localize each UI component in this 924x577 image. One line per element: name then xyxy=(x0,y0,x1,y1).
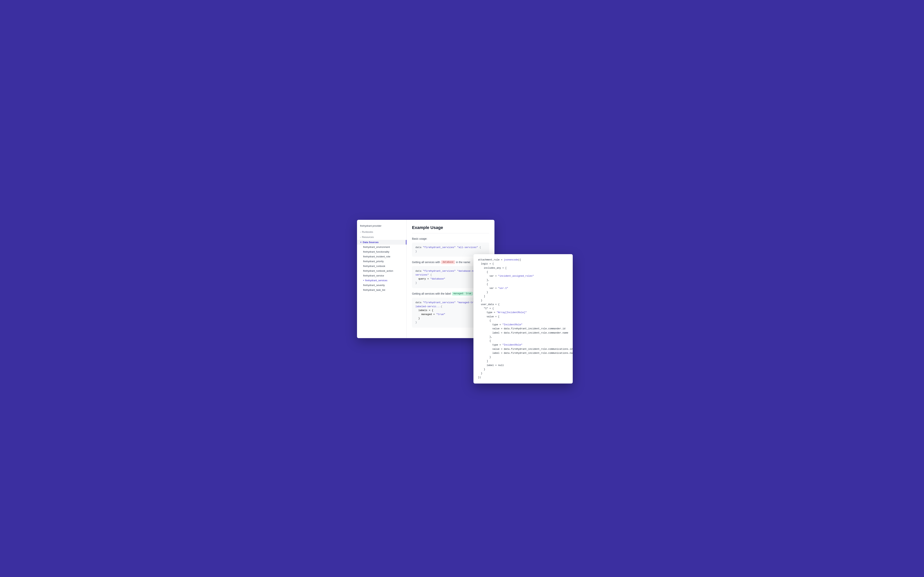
chevron-right-icon-2: › xyxy=(360,236,361,238)
severity-label: firehydrant_severity xyxy=(363,284,385,287)
code-keyword-3: data xyxy=(415,301,423,304)
code-punc-4: } xyxy=(415,282,417,284)
code-panel-line-27: label = null xyxy=(478,363,568,367)
code-indent-3: managed = xyxy=(415,313,436,316)
code-panel-line-9: } xyxy=(478,290,568,295)
task-list-label: firehydrant_task_list xyxy=(363,288,385,292)
datasources-label: Data Sources xyxy=(363,241,379,243)
sidebar-provider-label: firehydrant provider xyxy=(357,223,406,230)
sidebar-item-service[interactable]: firehydrant_service xyxy=(357,273,406,278)
code-panel-line-12: user_data = { xyxy=(478,303,568,307)
code-panel-line-10: ] xyxy=(478,295,568,298)
code-panel-line-3: includes_any = [ xyxy=(478,266,568,270)
code-panel-line-5: var = "incident_assigned_roles" xyxy=(478,274,568,278)
code-punc-6: } xyxy=(415,321,417,324)
sidebar-item-task-list[interactable]: firehydrant_task_list xyxy=(357,288,406,292)
code-panel-line-15: value = [ xyxy=(478,315,568,319)
code-panel-line-8: var = "usr.1" xyxy=(478,286,568,290)
chevron-right-icon: › xyxy=(360,231,361,233)
sidebar-item-services[interactable]: firehydrant_services xyxy=(357,278,406,283)
code-panel-line-16: { xyxy=(478,319,568,323)
runbook-label: firehydrant_runbook xyxy=(363,265,385,268)
service-label: firehydrant_service xyxy=(363,274,384,277)
runbook-action-label: firehydrant_runbook_action xyxy=(363,269,393,272)
code-str-4: "firehydrant_services" "managed-true-lab… xyxy=(415,301,478,308)
code-panel-line-30: }) xyxy=(478,376,568,379)
code-panel-line-23: value = data.firehydrant_incident_role.c… xyxy=(478,347,568,351)
services-post-text: in the name: xyxy=(456,261,471,264)
runbooks-label: Runbooks xyxy=(362,230,373,234)
chevron-down-icon: ∨ xyxy=(360,241,362,243)
sidebar-item-incident-role[interactable]: firehydrant_incident_role xyxy=(357,254,406,259)
code-panel-line-26: ] xyxy=(478,359,568,363)
sidebar-item-priority[interactable]: firehydrant_priority xyxy=(357,259,406,264)
code-keyword-2: data xyxy=(415,269,423,272)
code-panel-line-1: attachment_rule = jsonencode({ xyxy=(478,258,568,262)
code-punc-5: { xyxy=(441,305,442,308)
code-panel-line-2: logic = { xyxy=(478,262,568,266)
code-panel-line-24: label = data.firehydrant_incident_role.c… xyxy=(478,351,568,355)
sidebar-item-severity[interactable]: firehydrant_severity xyxy=(357,283,406,288)
sidebar-item-runbook-action[interactable]: firehydrant_runbook_action xyxy=(357,269,406,273)
resources-label: Resources xyxy=(362,236,374,239)
code-indent-1: query = xyxy=(415,277,430,280)
sidebar-item-runbook[interactable]: firehydrant_runbook xyxy=(357,264,406,269)
code-str-5: "true" xyxy=(436,313,445,316)
code-panel-line-22: type = "IncidentRole" xyxy=(478,343,568,347)
services-label: firehydrant_services xyxy=(365,279,387,282)
sidebar-item-functionality[interactable]: firehydrant_functionality xyxy=(357,250,406,254)
code-panel-line-18: value = data.firehydrant_incident_role.c… xyxy=(478,327,568,331)
code-panel-line-7: { xyxy=(478,282,568,286)
code-panel-line-4: { xyxy=(478,270,568,274)
sidebar-item-environment[interactable]: firehydrant_environment xyxy=(357,245,406,250)
incident-role-label: firehydrant_incident_role xyxy=(363,255,390,258)
sidebar-item-datasources[interactable]: ∨ Data Sources xyxy=(357,240,406,245)
code-panel-line-21: { xyxy=(478,339,568,343)
code-panel-line-20: }, xyxy=(478,335,568,339)
sidebar-group-datasources: ∨ Data Sources firehydrant_environment f… xyxy=(357,240,406,292)
code-panel-line-13: "1" = { xyxy=(478,307,568,311)
sidebar-group-runbooks: › Runbooks xyxy=(357,230,406,234)
database-inline-code: database xyxy=(441,260,455,264)
sidebar: firehydrant provider › Runbooks › Resour… xyxy=(357,220,407,338)
code-panel-line-28: } xyxy=(478,367,568,372)
code-indent-2: labels = { xyxy=(415,309,433,312)
priority-label: firehydrant_priority xyxy=(363,260,384,263)
code-punc-1: { xyxy=(478,246,481,249)
sidebar-item-resources[interactable]: › Resources xyxy=(357,235,406,240)
code-panel-line-17: type = "IncidentRole" xyxy=(478,323,568,327)
environment-label: firehydrant_environment xyxy=(363,246,390,248)
code-str-1: "firehydrant_services" "all-services" xyxy=(423,246,478,249)
active-indicator xyxy=(406,240,406,245)
managed-inline-code: managed: true xyxy=(452,292,473,295)
code-punc-3: { xyxy=(429,273,432,276)
sidebar-group-resources: › Resources xyxy=(357,235,406,240)
code-indent-4: } xyxy=(415,317,420,320)
label-pre-text: Getting all services with the label xyxy=(412,292,451,295)
services-pre-text: Getting all services with xyxy=(412,261,440,264)
code-panel-line-14: type = "Array[IncidentRole]" xyxy=(478,311,568,314)
page-title: Example Usage xyxy=(412,225,489,230)
code-str-3: "database" xyxy=(430,277,445,280)
code-panel-line-29: } xyxy=(478,372,568,376)
code-keyword-1: data xyxy=(415,246,423,249)
functionality-label: firehydrant_functionality xyxy=(363,250,389,253)
basic-usage-label: Basic usage: xyxy=(412,237,489,240)
code-panel: attachment_rule = jsonencode({ logic = {… xyxy=(473,254,573,384)
code-panel-line-25: } xyxy=(478,355,568,359)
divider xyxy=(412,233,489,234)
code-punc-2: } xyxy=(415,250,417,253)
sidebar-item-runbooks[interactable]: › Runbooks xyxy=(357,230,406,234)
code-panel-line-6: }, xyxy=(478,278,568,282)
code-panel-line-11: } xyxy=(478,298,568,303)
code-panel-line-19: label = data.firehydrant_incident_role.c… xyxy=(478,331,568,335)
scene: firehydrant provider › Runbooks › Resour… xyxy=(357,220,567,357)
code-str-2: "firehydrant_services" "database-named-s… xyxy=(415,269,481,276)
